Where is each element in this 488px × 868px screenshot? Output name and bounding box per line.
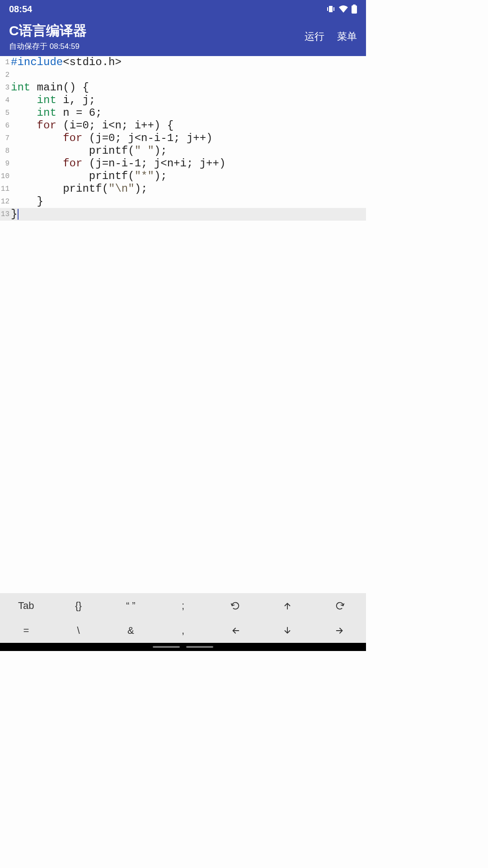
key-up[interactable] [262, 593, 314, 618]
redo-icon [335, 601, 345, 611]
svg-rect-4 [353, 5, 356, 6]
key-down[interactable] [262, 618, 314, 643]
header-actions: 运行 菜单 [305, 22, 357, 43]
key-left[interactable] [209, 618, 262, 643]
arrow-down-icon [282, 626, 292, 636]
key-backslash[interactable]: \ [52, 618, 105, 643]
code-line[interactable]: 10 printf("*"); [0, 170, 366, 183]
code-line[interactable]: 2 [0, 69, 366, 81]
code-line[interactable]: 1#include<stdio.h> [0, 56, 366, 69]
key-undo[interactable] [209, 593, 262, 618]
code-content[interactable]: int main() { [11, 81, 366, 94]
status-bar: 08:54 [0, 0, 366, 18]
app-title: C语言编译器 [9, 22, 87, 40]
line-number: 13 [0, 208, 11, 221]
menu-button[interactable]: 菜单 [337, 30, 357, 43]
key-right[interactable] [314, 618, 366, 643]
code-line[interactable]: 4 int i, j; [0, 94, 366, 107]
code-line[interactable]: 11 printf("\n"); [0, 183, 366, 195]
android-nav-bar [0, 643, 366, 651]
line-number: 6 [0, 119, 11, 132]
code-editor[interactable]: 1#include<stdio.h>23int main() {4 int i,… [0, 56, 366, 593]
line-number: 5 [0, 107, 11, 119]
shortcut-toolbar: Tab {} “ ” ; = \ & , [0, 593, 366, 643]
key-tab[interactable]: Tab [0, 593, 52, 618]
code-line[interactable]: 3int main() { [0, 81, 366, 94]
code-content[interactable]: printf("\n"); [11, 183, 366, 195]
line-number: 10 [0, 170, 11, 183]
code-content[interactable]: #include<stdio.h> [11, 56, 366, 69]
key-braces[interactable]: {} [52, 593, 105, 618]
line-number: 7 [0, 132, 11, 145]
svg-rect-0 [329, 6, 333, 12]
key-equals[interactable]: = [0, 618, 52, 643]
code-line[interactable]: 12 } [0, 195, 366, 208]
code-content[interactable]: int i, j; [11, 94, 366, 107]
code-content[interactable] [11, 69, 366, 81]
arrow-right-icon [335, 626, 345, 636]
code-line[interactable]: 8 printf(" "); [0, 145, 366, 157]
line-number: 8 [0, 145, 11, 157]
line-number: 11 [0, 183, 11, 195]
code-content[interactable]: for (i=0; i<n; i++) { [11, 119, 366, 132]
key-semicolon[interactable]: ; [157, 593, 209, 618]
vibrate-icon [326, 5, 335, 13]
code-line[interactable]: 9 for (j=n-i-1; j<n+i; j++) [0, 157, 366, 170]
key-quotes[interactable]: “ ” [104, 593, 157, 618]
code-line[interactable]: 5 int n = 6; [0, 107, 366, 119]
wifi-icon [339, 5, 348, 13]
code-content[interactable]: printf("*"); [11, 170, 366, 183]
key-redo[interactable] [314, 593, 366, 618]
svg-rect-3 [352, 5, 357, 14]
code-content[interactable]: printf(" "); [11, 145, 366, 157]
line-number: 2 [0, 69, 11, 81]
line-number: 9 [0, 157, 11, 170]
key-comma[interactable]: , [157, 618, 209, 643]
line-number: 1 [0, 56, 11, 69]
run-button[interactable]: 运行 [305, 30, 324, 43]
code-line[interactable]: 13} [0, 208, 366, 221]
undo-icon [230, 601, 240, 611]
svg-rect-1 [327, 7, 328, 11]
status-time: 08:54 [9, 4, 32, 14]
code-content[interactable]: } [11, 195, 366, 208]
title-area: C语言编译器 自动保存于 08:54:59 [9, 22, 87, 52]
battery-icon [352, 5, 357, 14]
line-number: 4 [0, 94, 11, 107]
key-ampersand[interactable]: & [104, 618, 157, 643]
line-number: 3 [0, 81, 11, 94]
nav-pill[interactable] [153, 646, 180, 648]
line-number: 12 [0, 195, 11, 208]
code-content[interactable]: for (j=0; j<n-i-1; j++) [11, 132, 366, 145]
app-header: C语言编译器 自动保存于 08:54:59 运行 菜单 [0, 18, 366, 56]
status-icons [326, 5, 357, 14]
code-content[interactable]: for (j=n-i-1; j<n+i; j++) [11, 157, 366, 170]
nav-pill[interactable] [186, 646, 213, 648]
autosave-status: 自动保存于 08:54:59 [9, 41, 87, 52]
svg-rect-2 [333, 7, 334, 11]
arrow-left-icon [230, 626, 240, 636]
code-content[interactable]: } [11, 208, 366, 221]
code-content[interactable]: int n = 6; [11, 107, 366, 119]
code-line[interactable]: 6 for (i=0; i<n; i++) { [0, 119, 366, 132]
text-cursor [18, 209, 19, 220]
arrow-up-icon [282, 601, 292, 611]
code-line[interactable]: 7 for (j=0; j<n-i-1; j++) [0, 132, 366, 145]
